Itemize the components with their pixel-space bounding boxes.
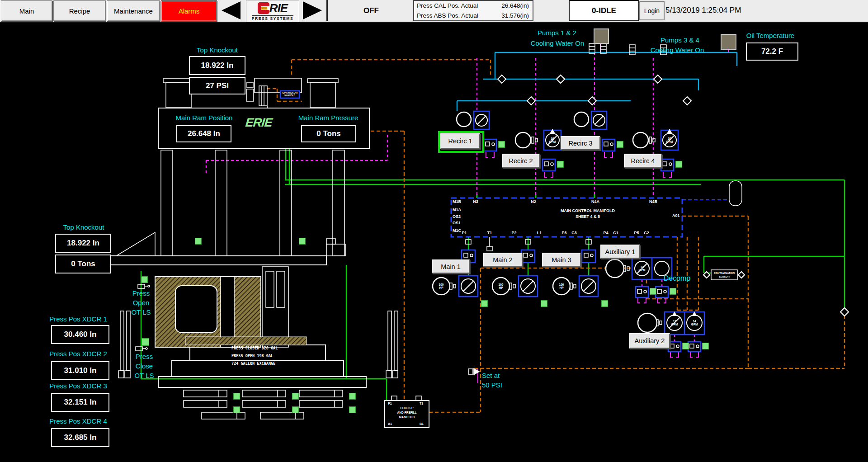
- press-volume-text: PRESS CLOSED 820 GAL PRESS OPEN 198 GAL …: [231, 344, 299, 368]
- cooling-indicator-1: [594, 28, 609, 44]
- recirc2-button[interactable]: Recirc 2: [502, 154, 540, 168]
- auxiliary1-button[interactable]: Auxiliary 1: [600, 245, 640, 259]
- xdcr1-value-box: 30.460 In: [51, 325, 109, 344]
- top-knockout-left-position-box: 18.922 In: [55, 234, 111, 253]
- prefill-port-b1: B1: [420, 422, 424, 425]
- green-indicator: [292, 406, 299, 413]
- recirc3-button[interactable]: Recirc 3: [561, 136, 600, 150]
- main1-motor-hp: 100 HP: [434, 283, 448, 289]
- green-indicator: [675, 161, 682, 168]
- tab-maintenance[interactable]: Maintenance: [107, 0, 160, 21]
- green-indicator: [541, 300, 547, 307]
- auxiliary2-button[interactable]: Auxiliary 2: [629, 333, 670, 349]
- erie-logo-e-icon: [258, 2, 269, 14]
- prefill-manifold-label: HOLD UP AND PREFILL MANIFOLD: [388, 406, 426, 420]
- main3-motor-hp: 100 HP: [555, 283, 568, 289]
- green-indicator: [141, 276, 148, 283]
- top-knockout-left-label: Top Knockout: [45, 222, 122, 232]
- recirc-pump-gpm-1: 30 GPM: [546, 137, 559, 143]
- xdcr3-value-box: 32.151 In: [51, 393, 109, 412]
- xdcr2-value-box: 31.010 In: [51, 361, 109, 380]
- xdcr1-label: Press Pos XDCR 1: [33, 314, 123, 324]
- main1-button[interactable]: Main 1: [432, 259, 470, 273]
- hmi-screen: Main Recipe Maintenance Alarms RIE PRESS…: [0, 0, 868, 462]
- nav-next-button[interactable]: [299, 0, 326, 20]
- tab-alarms[interactable]: Alarms: [161, 0, 217, 21]
- port-m1b: M1B: [453, 199, 461, 204]
- green-indicator: [299, 238, 306, 245]
- diagram-canvas: Main Recipe Maintenance Alarms RIE PRESS…: [0, 0, 868, 462]
- prefill-port-p1: P1: [388, 402, 392, 405]
- port-n4a: N4A: [591, 199, 599, 204]
- pumps12-cooling-on-label: Cooling Water On: [521, 38, 594, 48]
- press-open-ls-label: Press Open OT LS: [125, 288, 157, 317]
- port-c2: C2: [644, 231, 649, 235]
- xdcr3-label: Press Pos XDCR 3: [33, 381, 123, 391]
- magenta-piping: [206, 52, 694, 342]
- top-knockout-pressure-box: 27 PSI: [189, 77, 245, 94]
- top-knockout-position-box: 18.922 In: [189, 56, 245, 75]
- datetime-display: 5/13/2019 1:25:04 PM: [665, 6, 741, 15]
- abs-pos-value: 31.576(in): [501, 12, 529, 19]
- oil-temperature-label: Oil Temperature: [734, 31, 807, 40]
- top-knockout-upper-label: Top Knockout: [180, 45, 255, 55]
- green-indicator: [650, 288, 656, 295]
- cooling-water-piping: [457, 52, 737, 111]
- port-n3: N3: [473, 199, 478, 204]
- xdcr2-label: Press Pos XDCR 2: [33, 349, 123, 358]
- login-button[interactable]: Login: [639, 1, 665, 20]
- recirc1-button[interactable]: Recirc 1: [440, 133, 480, 149]
- pumps34-label: Pumps 3 & 4: [644, 35, 716, 45]
- xdcr4-value-box: 32.685 In: [51, 428, 109, 447]
- main3-button[interactable]: Main 3: [542, 253, 581, 267]
- port-c1: C1: [613, 231, 618, 235]
- recirc4-button[interactable]: Recirc 4: [624, 154, 662, 168]
- port-n2: N2: [531, 199, 536, 204]
- position-readout-panel: Press CAL Pos. Actual 26.648(in) Press A…: [413, 0, 533, 21]
- port-p4: P4: [603, 231, 608, 235]
- contamination-sensor-label: CONTAMINATION SENSOR: [712, 271, 736, 278]
- erie-logo-green: ERIE: [245, 116, 273, 130]
- green-indicator: [498, 141, 505, 148]
- aux2-pump-gpm-b: 14 GPM: [688, 320, 701, 326]
- knockout-cylinders: [184, 390, 343, 419]
- port-p3: P3: [561, 231, 566, 235]
- tab-recipe[interactable]: Recipe: [53, 0, 106, 21]
- aux1-pump-gpm: 13 GPM: [635, 265, 649, 272]
- cal-pos-label: Press CAL Pos. Actual: [417, 2, 478, 9]
- main2-button[interactable]: Main 2: [483, 253, 523, 267]
- green-indicator: [292, 393, 299, 400]
- press-crosshead: [155, 277, 307, 347]
- port-m1a: M1A: [453, 207, 461, 212]
- port-p5: P5: [634, 231, 639, 235]
- nav-prev-button[interactable]: [218, 0, 244, 20]
- press-state-display: OFF: [326, 0, 415, 21]
- pumps12-label: Pumps 1 & 2: [521, 28, 593, 38]
- port-c3: C3: [571, 231, 577, 235]
- top-toolbar: Main Recipe Maintenance Alarms RIE PRESS…: [0, 0, 868, 23]
- port-os2: OS2: [453, 214, 461, 219]
- main-ram-position-label: Main Ram Position: [167, 113, 241, 123]
- green-indicator: [617, 141, 623, 148]
- piping-diagram: [0, 0, 868, 462]
- main-ram-panel: Main Ram Position 26.648 In ERIE Main Ra…: [158, 108, 370, 149]
- set-at-50psi-label: Set at 50 PSI: [482, 371, 514, 390]
- arrow-right-icon: [303, 1, 322, 19]
- recirc1-selected-frame: Recirc 1: [438, 131, 484, 153]
- pumps34-cooling-on-label: Cooling Water On: [641, 45, 713, 55]
- arrow-left-icon: [222, 1, 241, 19]
- port-p1: P1: [462, 231, 467, 235]
- tab-main[interactable]: Main: [1, 0, 52, 21]
- main-ram-pressure-box: 0 Tons: [301, 125, 356, 142]
- oil-temperature-box: 72.2 F: [746, 42, 798, 61]
- erie-logo-letters: RIE: [269, 2, 288, 14]
- top-knockout-left-force-box: 0 Tons: [55, 255, 111, 273]
- erie-logo-subtitle: PRESS SYSTEMS: [252, 15, 294, 21]
- recirc-pump-gpm-2: 30 GPM: [663, 137, 676, 143]
- green-indicator: [601, 300, 608, 307]
- top-knockout-manifold-label: TOP KNOCKOUT MANIFOLD: [281, 92, 299, 97]
- prefill-port-a1: A1: [388, 422, 392, 425]
- green-indicator: [670, 288, 676, 295]
- aux2-pump-gpm-a: 13 GPM: [668, 320, 681, 326]
- green-indicator: [349, 406, 356, 413]
